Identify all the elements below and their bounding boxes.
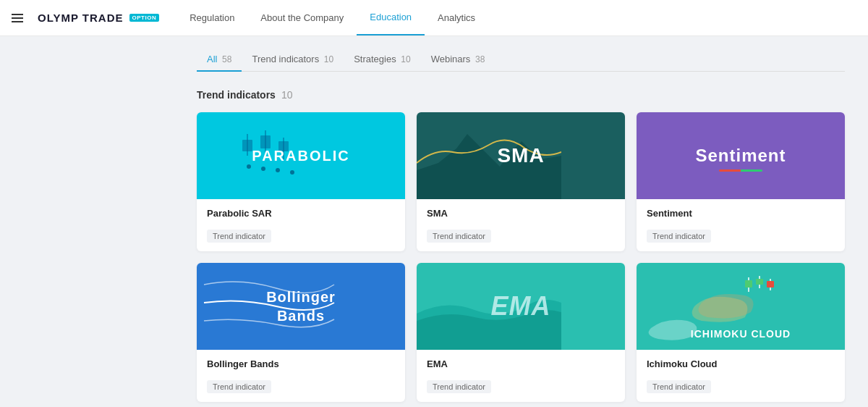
main-content: All 58 Trend indicators 10 Strategies 10…: [0, 36, 868, 407]
svg-rect-15: [767, 281, 774, 288]
card-image-ema: EMA: [417, 263, 625, 350]
card-sentiment[interactable]: Sentiment Sentiment Trend indicator: [637, 112, 845, 251]
tab-trend-indicators[interactable]: Trend indicators 10: [242, 48, 344, 72]
card-title-sma: SMA: [427, 208, 615, 219]
card-image-ichimoku: ICHIMOKU CLOUD: [637, 263, 845, 350]
nav-item-analytics[interactable]: Analytics: [425, 0, 488, 35]
card-ichimoku[interactable]: ICHIMOKU CLOUD Ichimoku Cloud Trend indi…: [637, 263, 845, 402]
card-image-bollinger: BollingerBands: [197, 263, 405, 350]
sentiment-line-decoration: [719, 169, 762, 172]
card-sma[interactable]: SMA SMA Trend indicator: [417, 112, 625, 251]
card-title-parabolic: Parabolic SAR: [207, 208, 395, 219]
card-label-sma: SMA: [497, 144, 544, 167]
card-ema[interactable]: EMA EMA Trend indicator: [417, 263, 625, 402]
svg-point-6: [247, 164, 251, 169]
card-tag-sma: Trend indicator: [427, 230, 491, 243]
svg-rect-13: [756, 279, 763, 285]
card-title-bollinger: Bollinger Bands: [207, 358, 395, 369]
menu-icon[interactable]: [12, 14, 23, 22]
filter-tabs: All 58 Trend indicators 10 Strategies 10…: [197, 36, 845, 72]
svg-rect-1: [242, 140, 252, 151]
card-label-ichimoku: ICHIMOKU CLOUD: [637, 328, 845, 340]
svg-rect-3: [260, 135, 271, 148]
logo-badge: OPTION: [129, 14, 160, 22]
nav-item-about[interactable]: About the Company: [247, 0, 357, 35]
sidebar: [0, 36, 174, 407]
card-title-ema: EMA: [427, 358, 615, 369]
section-title: Trend indicators 10: [197, 89, 845, 101]
card-label-bollinger: BollingerBands: [266, 288, 336, 325]
card-tag-ema: Trend indicator: [427, 380, 491, 393]
card-image-sentiment: Sentiment: [637, 112, 845, 199]
nav-item-regulation[interactable]: Regulation: [176, 0, 247, 35]
card-tag-ichimoku: Trend indicator: [647, 380, 711, 393]
card-bollinger[interactable]: BollingerBands Bollinger Bands Trend ind…: [197, 263, 405, 402]
card-body-ichimoku: Ichimoku Cloud Trend indicator: [637, 350, 845, 402]
card-body-sentiment: Sentiment Trend indicator: [637, 199, 845, 251]
header: OLYMP TRADE OPTION Regulation About the …: [0, 0, 868, 36]
card-title-ichimoku: Ichimoku Cloud: [647, 358, 835, 369]
card-image-sma: SMA: [417, 112, 625, 199]
tab-webinars[interactable]: Webinars 38: [421, 48, 495, 72]
content-area: All 58 Trend indicators 10 Strategies 10…: [174, 36, 868, 407]
card-parabolic-sar[interactable]: PARABOLIC Parabolic SAR Trend indicator: [197, 112, 405, 251]
card-tag-bollinger: Trend indicator: [207, 380, 271, 393]
card-tag-sentiment: Trend indicator: [647, 230, 711, 243]
nav-item-education[interactable]: Education: [357, 0, 425, 35]
header-left: OLYMP TRADE OPTION: [12, 12, 159, 24]
card-body-ema: EMA Trend indicator: [417, 350, 625, 402]
card-tag-parabolic: Trend indicator: [207, 230, 271, 243]
card-body-bollinger: Bollinger Bands Trend indicator: [197, 350, 405, 402]
card-label-parabolic: PARABOLIC: [252, 148, 349, 164]
tab-all[interactable]: All 58: [197, 48, 242, 72]
tab-strategies[interactable]: Strategies 10: [344, 48, 421, 72]
main-nav: Regulation About the Company Education A…: [176, 0, 488, 35]
logo-text: OLYMP TRADE: [38, 12, 124, 24]
card-body-parabolic: Parabolic SAR Trend indicator: [197, 199, 405, 251]
card-label-ema: EMA: [491, 291, 551, 322]
svg-point-7: [261, 167, 265, 171]
card-title-sentiment: Sentiment: [647, 208, 835, 219]
svg-point-9: [290, 170, 294, 175]
card-label-sentiment: Sentiment: [695, 146, 786, 166]
card-image-parabolic: PARABOLIC: [197, 112, 405, 199]
card-body-sma: SMA Trend indicator: [417, 199, 625, 251]
svg-rect-11: [745, 280, 752, 288]
cards-grid: PARABOLIC Parabolic SAR Trend indicator: [197, 112, 845, 402]
svg-point-8: [276, 168, 280, 172]
